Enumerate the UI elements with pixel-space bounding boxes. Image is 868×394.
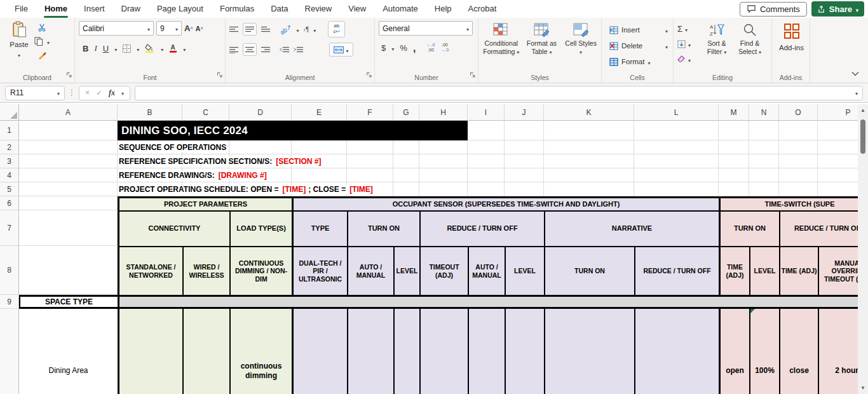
cell-os-type-value[interactable] [292, 309, 347, 394]
header-os-reduce[interactable]: REDUCE / TURN OFF [419, 210, 544, 246]
empty-cell[interactable] [719, 121, 749, 140]
column-header-p[interactable]: P [818, 104, 858, 121]
empty-cell[interactable] [818, 140, 858, 154]
comma-style-button[interactable]: , [413, 45, 416, 51]
header-ts-on-level[interactable]: LEVEL [749, 246, 779, 295]
comments-button[interactable]: Comments [740, 2, 807, 17]
select-all-corner[interactable] [0, 104, 19, 121]
cell-timeout-value[interactable] [419, 309, 468, 394]
header-os-type[interactable]: TYPE [292, 210, 347, 246]
cell-os-off-level-value[interactable] [505, 309, 544, 394]
cut-button[interactable] [34, 24, 50, 32]
cell-os-off-auto-value[interactable] [468, 309, 505, 394]
column-header-d[interactable]: D [229, 104, 292, 121]
clipboard-dialog-launcher[interactable] [66, 69, 72, 81]
row-header-1[interactable]: 1 [0, 121, 19, 140]
empty-cell[interactable] [19, 121, 118, 140]
cell-standalone-value[interactable] [118, 309, 182, 394]
empty-cell[interactable] [818, 154, 858, 168]
empty-cell[interactable] [19, 182, 118, 196]
cell-os-on-level-value[interactable] [393, 309, 419, 394]
empty-cell[interactable] [779, 140, 818, 154]
alignment-dialog-launcher[interactable] [366, 69, 372, 81]
find-select-button[interactable]: Find & Select [733, 23, 766, 72]
band-occupant-sensor[interactable]: OCCUPANT SENSOR (SUPERSEDES TIME-SWITCH … [292, 196, 719, 210]
cell-ts-on-time-value[interactable]: open [719, 309, 749, 394]
row-header-2[interactable]: 2 [0, 140, 19, 154]
header-dual-tech[interactable]: DUAL-TECH / PIR / ULTRASONIC [292, 246, 347, 295]
autosum-button[interactable]: Σ [677, 23, 700, 34]
align-center-button[interactable] [243, 43, 257, 56]
header-narrative-reduce[interactable]: REDUCE / TURN OFF [634, 246, 719, 295]
empty-cell[interactable] [634, 154, 719, 168]
empty-cell[interactable] [634, 168, 719, 182]
align-right-button[interactable] [261, 46, 270, 53]
cell-dimming-value[interactable]: continuous dimming [229, 309, 292, 394]
accounting-format-button[interactable]: $ [381, 43, 386, 53]
empty-cell[interactable] [749, 182, 779, 196]
empty-cell[interactable] [719, 154, 749, 168]
row-header-6[interactable]: 6 [0, 196, 19, 210]
empty-cell[interactable] [19, 246, 118, 295]
header-timeout-adj[interactable]: TIMEOUT (ADJ) [419, 246, 468, 295]
empty-cell[interactable] [779, 168, 818, 182]
row-header-4[interactable]: 4 [0, 168, 19, 182]
cell-narrative-on-value[interactable] [544, 309, 634, 394]
cell-reference-spec[interactable]: REFERENCE SPECIFICATION SECTION/S:[SECTI… [118, 154, 634, 168]
paste-button[interactable]: Paste [4, 21, 34, 60]
confirm-entry-button[interactable]: ✓ [96, 88, 102, 97]
cell-styles-button[interactable]: Cell Styles [563, 23, 599, 72]
tab-insert[interactable]: Insert [76, 0, 113, 18]
font-color-button[interactable]: A [169, 44, 177, 53]
conditional-formatting-button[interactable]: Conditional Formatting [482, 23, 520, 72]
empty-cell[interactable] [19, 196, 118, 210]
empty-cell[interactable] [818, 168, 858, 182]
name-box[interactable]: R11 [5, 86, 65, 100]
row-header-5[interactable]: 5 [0, 182, 19, 196]
align-bottom-button[interactable] [261, 26, 270, 33]
bold-button[interactable]: B [83, 44, 88, 53]
header-manual-override[interactable]: MANUAL OVERRIDE TIMEOUT (ADJ) [818, 246, 858, 295]
format-painter-button[interactable] [34, 51, 50, 60]
band-time-switch[interactable]: TIME-SWITCH (SUPE [719, 196, 858, 210]
show-paragraph-button[interactable]: ›¶ [304, 26, 309, 33]
increase-decimal-button[interactable]: ←.0 .00 [427, 43, 435, 52]
column-header-l[interactable]: L [634, 104, 719, 121]
empty-cell[interactable] [634, 140, 719, 154]
align-middle-button[interactable] [243, 23, 257, 36]
empty-cell[interactable] [19, 154, 118, 168]
align-left-button[interactable] [229, 46, 238, 53]
cancel-entry-button[interactable]: × [85, 88, 90, 97]
decrease-font-size-button[interactable]: A˅ [195, 25, 203, 32]
increase-indent-button[interactable] [294, 46, 303, 53]
number-format-select[interactable]: General [379, 21, 473, 36]
borders-button[interactable] [123, 44, 131, 53]
cell-ts-on-level-value[interactable]: 100% [749, 309, 779, 394]
empty-cell[interactable] [634, 182, 719, 196]
empty-cell[interactable] [779, 182, 818, 196]
clear-button[interactable] [677, 53, 700, 65]
tab-draw[interactable]: Draw [113, 0, 149, 18]
cell-dining-area[interactable]: Dining Area [19, 309, 118, 394]
header-narrative[interactable]: NARRATIVE [544, 210, 719, 246]
increase-font-size-button[interactable]: A˄ [184, 24, 193, 33]
font-size-select[interactable]: 9 [156, 21, 182, 36]
cell-ts-off-time-value[interactable]: close [779, 309, 818, 394]
tab-automate[interactable]: Automate [374, 0, 426, 18]
empty-cell[interactable] [779, 121, 818, 140]
band-project-parameters[interactable]: PROJECT PARAMETERS [118, 196, 292, 210]
tab-data[interactable]: Data [262, 0, 296, 18]
merge-center-button[interactable] [329, 43, 353, 57]
cell-space-type[interactable]: SPACE TYPE [19, 295, 118, 309]
empty-cell[interactable] [468, 121, 505, 140]
empty-cell[interactable] [749, 154, 779, 168]
cell-title[interactable]: DINING SOO, IECC 2024 [118, 121, 468, 140]
tab-help[interactable]: Help [426, 0, 460, 18]
addins-button[interactable]: Add-ins [776, 23, 807, 51]
fill-button[interactable] [677, 38, 700, 50]
empty-cell[interactable] [544, 121, 634, 140]
tab-review[interactable]: Review [297, 0, 341, 18]
tab-view[interactable]: View [340, 0, 374, 18]
delete-cells-button[interactable]: Delete [609, 39, 668, 53]
scroll-up-arrow[interactable]: ▲ [858, 107, 868, 113]
